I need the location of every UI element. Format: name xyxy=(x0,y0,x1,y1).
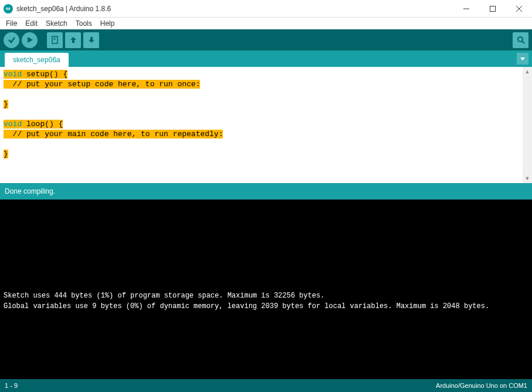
arduino-logo-icon xyxy=(4,4,13,13)
scroll-down-icon[interactable]: ▼ xyxy=(523,174,532,183)
verify-button[interactable] xyxy=(4,32,19,48)
code-text: } xyxy=(4,150,8,158)
cursor-position: 1 - 9 xyxy=(5,382,18,389)
window-titlebar: sketch_sep06a | Arduino 1.8.6 xyxy=(0,0,532,18)
svg-point-10 xyxy=(518,37,523,42)
code-content[interactable]: void setup() { // put your setup code he… xyxy=(0,67,523,161)
menu-sketch[interactable]: Sketch xyxy=(42,18,71,29)
code-comment: // put your main code here, to run repea… xyxy=(4,130,223,138)
code-text: setup() { xyxy=(22,70,67,79)
svg-marker-4 xyxy=(28,37,33,43)
upload-button[interactable] xyxy=(22,32,38,48)
code-keyword: void xyxy=(4,120,22,129)
serial-monitor-button[interactable] xyxy=(513,32,528,48)
maximize-button[interactable] xyxy=(479,0,506,18)
code-comment: // put your setup code here, to run once… xyxy=(4,80,200,89)
svg-marker-8 xyxy=(70,37,76,43)
console-line: Sketch uses 444 bytes (1%) of program st… xyxy=(4,291,528,302)
code-editor[interactable]: void setup() { // put your setup code he… xyxy=(0,67,532,183)
sketch-tab[interactable]: sketch_sep06a xyxy=(5,53,69,67)
menubar: File Edit Sketch Tools Help xyxy=(0,18,532,29)
svg-marker-12 xyxy=(520,58,525,60)
window-title: sketch_sep06a | Arduino 1.8.6 xyxy=(16,5,453,13)
svg-line-11 xyxy=(522,41,524,43)
svg-rect-5 xyxy=(52,36,57,43)
footer-bar: 1 - 9 Arduino/Genuino Uno on COM1 xyxy=(0,379,532,392)
close-button[interactable] xyxy=(506,0,532,18)
board-port-info: Arduino/Genuino Uno on COM1 xyxy=(436,382,527,389)
compile-status-bar: Done compiling. xyxy=(0,183,532,200)
output-console[interactable]: Sketch uses 444 bytes (1%) of program st… xyxy=(0,200,532,379)
tab-menu-dropdown[interactable] xyxy=(517,53,528,65)
new-sketch-button[interactable] xyxy=(47,32,63,48)
menu-help[interactable]: Help xyxy=(97,18,118,29)
tab-bar: sketch_sep06a xyxy=(0,50,532,67)
menu-file[interactable]: File xyxy=(2,18,21,29)
menu-edit[interactable]: Edit xyxy=(22,18,41,29)
code-keyword: void xyxy=(4,70,22,79)
editor-scrollbar[interactable]: ▲ ▼ xyxy=(523,67,532,183)
compile-status-text: Done compiling. xyxy=(5,187,55,195)
svg-rect-1 xyxy=(490,6,495,11)
svg-marker-9 xyxy=(89,37,94,43)
console-line: Global variables use 9 bytes (0%) of dyn… xyxy=(4,302,528,312)
minimize-button[interactable] xyxy=(453,0,479,18)
menu-tools[interactable]: Tools xyxy=(72,18,96,29)
code-text: loop() { xyxy=(22,120,63,129)
toolbar xyxy=(0,29,532,50)
scroll-up-icon[interactable]: ▲ xyxy=(523,67,532,76)
window-controls xyxy=(453,0,532,18)
save-sketch-button[interactable] xyxy=(83,32,99,48)
open-sketch-button[interactable] xyxy=(65,32,81,48)
code-text: } xyxy=(4,100,8,109)
